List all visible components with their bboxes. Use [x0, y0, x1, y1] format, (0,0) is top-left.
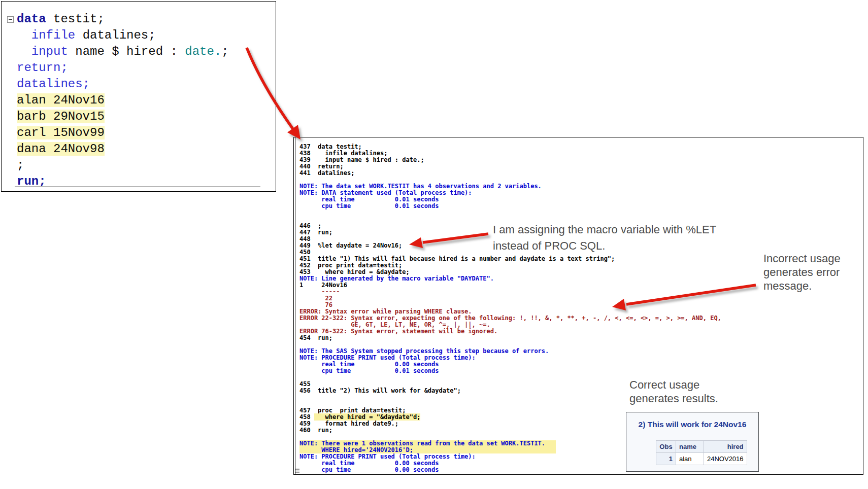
log-line: cpu time 0.01 seconds — [299, 368, 721, 374]
log-token: 76 — [299, 301, 332, 308]
log-token: cpu time 0.00 seconds — [299, 466, 439, 473]
code-token: name $ hired : — [68, 45, 185, 58]
log-inner-border — [295, 137, 295, 474]
editor-line: alan 24Nov16 — [17, 93, 229, 109]
log-token: ERROR: Syntax error while parsing WHERE … — [299, 308, 472, 315]
log-token: cpu time 0.01 seconds — [299, 202, 439, 209]
log-line: 22 — [299, 295, 721, 302]
log-line: 441 datalines; — [299, 170, 721, 177]
editor-line: infile datalines; — [17, 28, 229, 44]
editor-line: carl 15Nov99 — [17, 125, 229, 142]
log-token: cpu time 0.01 seconds — [299, 367, 439, 374]
cell-obs: 1 — [656, 453, 676, 465]
log-token: real time 0.00 seconds — [299, 361, 439, 368]
log-token: 454 run; — [299, 334, 332, 341]
log-token: real time 0.01 seconds — [299, 196, 439, 203]
cell-name: alan — [676, 453, 704, 465]
editor-line: data testit; — [17, 12, 229, 28]
log-token: 453 where hired = &daydate; — [299, 268, 410, 275]
log-token: 452 proc print data=testit; — [299, 262, 402, 269]
log-line: 454 run; — [299, 335, 721, 341]
log-token: 459 format hired date9.; — [299, 420, 398, 427]
collapse-icon[interactable] — [7, 16, 14, 23]
log-token: where hired = "&daydate"d; — [314, 413, 421, 421]
log-token: 446 ; — [299, 222, 321, 229]
editor-line: return; — [17, 60, 229, 77]
table-row: 1 alan 24NOV2016 — [656, 453, 747, 465]
log-token: 447 run; — [299, 229, 332, 236]
results-panel: 2) This will work for 24Nov16 Obs name h… — [626, 412, 759, 472]
log-token: ERROR 22-322: Syntax error, expecting on… — [299, 315, 721, 322]
log-token: NOTE: Line generated by the macro variab… — [299, 275, 494, 282]
page: { "editor": { "lines": [ {"parts":[{"t":… — [0, 0, 868, 489]
editor-code[interactable]: data testit; infile datalines; input nam… — [17, 12, 229, 190]
editor-line: run; — [17, 174, 229, 190]
annotation-line: I am assigning the macro variable with %… — [493, 222, 716, 238]
log-token: NOTE: PROCEDURE PRINT used (Total proces… — [299, 354, 476, 361]
col-header-hired: hired — [704, 441, 747, 453]
log-token: 460 run; — [299, 427, 332, 434]
log-token: 455 — [299, 380, 311, 388]
annotation-let: I am assigning the macro variable with %… — [493, 222, 716, 254]
editor-divider — [15, 186, 260, 187]
log-line: 439 input name $ hired : date.; — [299, 157, 721, 163]
code-token: infile — [31, 28, 75, 42]
annotation-error: Incorrect usage generates error message. — [763, 252, 841, 293]
code-token: ; — [17, 158, 24, 172]
log-token: 437 data testit; — [299, 143, 362, 150]
code-token — [17, 28, 31, 42]
log-token: 438 infile datalines; — [299, 150, 387, 157]
log-token: NOTE: The data set WORK.TESTIT has 4 obs… — [299, 183, 542, 190]
log-token: 456 title "2) This will work for &daydat… — [299, 387, 461, 394]
log-token: 1 24Nov16 — [299, 282, 347, 289]
code-token: alan 24Nov16 — [17, 93, 105, 107]
editor-line: input name $ hired : date.; — [17, 44, 229, 60]
code-token: date. — [185, 45, 221, 58]
editor-line: dana 24Nov98 — [17, 142, 229, 158]
log-token: real time 0.00 seconds — [299, 460, 439, 467]
annotation-line: generates error — [763, 265, 841, 279]
log-token: 448 — [299, 235, 311, 242]
code-editor-window[interactable]: data testit; infile datalines; input nam… — [1, 1, 276, 192]
log-token: 450 — [299, 249, 311, 256]
code-token: return; — [17, 61, 68, 75]
annotation-line: Correct usage — [629, 378, 718, 392]
log-token: 22 — [299, 295, 332, 302]
table-header-row: Obs name hired — [656, 441, 747, 453]
editor-line: barb 29Nov15 — [17, 109, 229, 125]
log-window[interactable]: 437 data testit;438 infile datalines;439… — [293, 137, 863, 475]
annotation-correct: Correct usage generates results. — [629, 378, 718, 405]
code-token: data — [17, 12, 46, 26]
annotation-line: Incorrect usage — [763, 252, 841, 265]
code-token — [17, 45, 31, 58]
log-token: 439 input name $ hired : date.; — [299, 156, 424, 163]
log-token: GE, GT, LE, LT, NE, OR, ^=, |, ||, ~=. — [299, 321, 490, 328]
col-header-obs: Obs — [656, 441, 676, 453]
code-token: dana 24Nov98 — [17, 142, 105, 156]
results-title: 2) This will work for 24Nov16 — [626, 420, 758, 429]
resize-grip-icon[interactable] — [295, 468, 299, 473]
code-token: ; — [221, 45, 228, 58]
log-line: 1 24Nov16 — [299, 282, 721, 289]
annotation-line: instead of PROC SQL. — [493, 238, 716, 254]
code-token: barb 29Nov15 — [17, 110, 105, 123]
annotation-line: message. — [763, 279, 841, 293]
editor-line: datalines; — [17, 77, 229, 93]
log-token: 451 title "1) This will fail because hir… — [299, 255, 615, 262]
code-token: datalines; — [17, 77, 90, 91]
log-line: cpu time 0.01 seconds — [299, 203, 721, 209]
annotation-line: generates results. — [629, 392, 718, 405]
results-table: Obs name hired 1 alan 24NOV2016 — [656, 440, 747, 465]
editor-line: ; — [17, 158, 229, 174]
log-token: 449 %let daydate = 24Nov16; — [299, 242, 402, 249]
code-token: testit; — [46, 12, 105, 26]
log-token: 440 return; — [299, 163, 344, 170]
code-token: carl 15Nov99 — [17, 126, 105, 139]
log-token: ----- — [299, 288, 340, 295]
log-token: 441 datalines; — [299, 169, 354, 177]
col-header-name: name — [676, 441, 704, 453]
log-token: ERROR 76-322: Syntax error, statement wi… — [299, 328, 497, 335]
log-token: NOTE: The SAS System stopped processing … — [299, 347, 549, 355]
log-line — [299, 209, 721, 216]
log-line: 440 return; — [299, 163, 721, 170]
